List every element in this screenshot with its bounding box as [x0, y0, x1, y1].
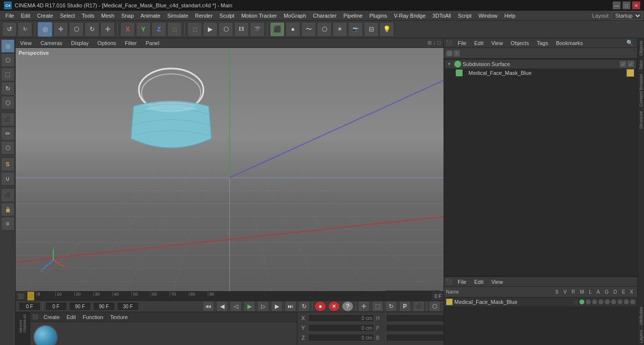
end-frame-input[interactable]	[69, 302, 91, 311]
menu-snap[interactable]: Snap	[118, 12, 137, 20]
render-end-input[interactable]	[93, 302, 115, 311]
menu-mesh[interactable]: Mesh	[98, 12, 118, 20]
attr-menu-view[interactable]: View	[489, 278, 505, 285]
menu-tools[interactable]: Tools	[78, 12, 98, 20]
object-mode-button[interactable]: ✛	[53, 22, 68, 37]
vtab-objects[interactable]: Objects	[638, 38, 644, 58]
coord-input-b[interactable]	[386, 334, 452, 342]
menu-animate[interactable]: Animate	[137, 12, 164, 20]
mat-menu-texture[interactable]: Texture	[109, 314, 129, 321]
obj-search-icon[interactable]: 🔍	[624, 40, 635, 46]
menu-sculpt[interactable]: Sculpt	[216, 12, 238, 20]
tool-brush[interactable]: ⬡	[1, 141, 15, 155]
menu-window[interactable]: Window	[475, 12, 501, 20]
attr-dot-l[interactable]	[599, 299, 603, 304]
light2-button[interactable]: 💡	[379, 22, 394, 37]
tool-select[interactable]: ◎	[1, 39, 15, 53]
undo-button[interactable]: ↺	[2, 22, 17, 37]
vtab-content-browser[interactable]: Content Browser	[638, 71, 644, 109]
goto-start-button[interactable]: ⏮	[202, 301, 214, 312]
attr-dot-a[interactable]	[605, 299, 610, 304]
menu-3dtoall[interactable]: 3DToAll	[429, 12, 454, 20]
menu-script[interactable]: Script	[454, 12, 475, 20]
tool-box-select[interactable]: ⬚	[1, 68, 15, 81]
mat-menu-create[interactable]: Create	[42, 314, 61, 321]
tool-cube[interactable]: ⬛	[1, 113, 15, 126]
viewport-canvas[interactable]: Perspective X Y Z Grid Spacing : 10 cm	[16, 48, 444, 291]
attr-dot-g[interactable]	[611, 299, 616, 304]
viewport-menu-display[interactable]: Display	[69, 40, 90, 46]
tool-lock[interactable]: 🔒	[1, 203, 15, 216]
close-button[interactable]: ✕	[632, 1, 640, 9]
attr-menu-edit[interactable]: Edit	[472, 278, 486, 285]
obj-menu-file[interactable]: File	[456, 40, 468, 46]
floor-button[interactable]: ⊟	[364, 22, 378, 37]
viewport-panel[interactable]: View Cameras Display Options Filter Pane…	[16, 38, 444, 291]
current-frame-input[interactable]	[19, 302, 41, 311]
timeline-curve-button[interactable]: ↻	[385, 301, 397, 312]
camera-button[interactable]: 📷	[348, 22, 363, 37]
coord-input-h[interactable]	[386, 314, 452, 322]
axis-all-button[interactable]: ⬚	[167, 22, 182, 37]
timeline-cinema-button[interactable]: ⬡	[429, 301, 441, 312]
attr-dot-x[interactable]	[630, 299, 635, 304]
coord-input-p[interactable]	[386, 324, 452, 332]
deformer-button[interactable]: ⬡	[317, 22, 332, 37]
face-mask-object[interactable]	[117, 63, 225, 171]
vtab-structure[interactable]: Structure	[638, 109, 644, 131]
menu-vray[interactable]: V-Ray Bridge	[391, 12, 429, 20]
attr-menu-file[interactable]: File	[456, 278, 468, 285]
menu-character[interactable]: Character	[310, 12, 340, 20]
keyframe-circle-button[interactable]: ●	[314, 301, 326, 312]
spline-button[interactable]: 〜	[301, 22, 316, 37]
timeline-move-button[interactable]: ✛	[358, 301, 370, 312]
viewport-menu-cameras[interactable]: Cameras	[39, 40, 64, 46]
tool-pen[interactable]: ✏	[1, 127, 15, 140]
redo-button[interactable]: ↻	[18, 22, 32, 37]
loop-button[interactable]: ↻	[298, 301, 310, 312]
timeline-grid2-button[interactable]: ⬛	[413, 301, 424, 312]
attr-dot-s[interactable]	[573, 299, 578, 304]
vtab-tabs[interactable]: Tabs	[638, 58, 644, 71]
layout-dropdown[interactable]: Startup	[612, 11, 642, 20]
keyframe-question-button[interactable]: ?	[342, 301, 354, 312]
frame-rate-input[interactable]	[117, 302, 139, 311]
next-frame-button[interactable]: ▶	[271, 301, 283, 312]
texture-mode-button[interactable]: ⬡	[69, 22, 84, 37]
axis-z-button[interactable]: Z	[152, 22, 166, 37]
prev-key-button[interactable]: ◁	[230, 301, 242, 312]
keyframe-delete-button[interactable]: ✕	[328, 301, 340, 312]
material-item-surgical[interactable]: surgical	[33, 325, 58, 345]
obj-menu-view[interactable]: View	[489, 40, 505, 46]
attr-dot-r[interactable]	[586, 299, 591, 304]
obj-ctrl-check[interactable]: ✓	[620, 61, 626, 68]
obj-toolbar-btn-2[interactable]: ↑	[453, 50, 460, 57]
menu-plugins[interactable]: Plugins	[366, 12, 390, 20]
obj-menu-tags[interactable]: Tags	[535, 40, 550, 46]
menu-edit[interactable]: Edit	[18, 12, 34, 20]
timeline-frame-bar[interactable]: 0 10 20 30 40 50 60 70 80 90	[26, 292, 432, 300]
viewport-menu-options[interactable]: Options	[96, 40, 117, 46]
next-key-button[interactable]: ▷	[257, 301, 269, 312]
viewport-menu-view[interactable]: View	[19, 40, 33, 46]
attr-dot-v[interactable]	[579, 299, 584, 304]
tool-letter-s[interactable]: S	[1, 158, 15, 171]
play-button[interactable]: ▶	[244, 301, 255, 312]
attr-dot-m[interactable]	[592, 299, 597, 304]
obj-tag-mask[interactable]	[626, 69, 634, 77]
pivot-button[interactable]: ✛	[100, 22, 115, 37]
obj-item-mask[interactable]: Medical_Face_Mask_Blue	[445, 69, 636, 77]
start-frame-input[interactable]	[45, 302, 67, 311]
sculpt-mode-button[interactable]: ↻	[85, 22, 99, 37]
coord-input-z[interactable]	[308, 334, 374, 342]
mat-menu-edit[interactable]: Edit	[65, 314, 77, 321]
tool-layers[interactable]: ≡	[1, 217, 15, 230]
coord-input-x[interactable]	[308, 314, 374, 322]
obj-ctrl-v[interactable]: ✓	[627, 61, 634, 68]
obj-menu-bookmarks[interactable]: Bookmarks	[554, 40, 585, 46]
obj-toolbar-btn-1[interactable]: ⬡	[446, 50, 453, 57]
goto-end-button[interactable]: ⏭	[285, 301, 296, 312]
tool-rotate[interactable]: ↻	[1, 82, 15, 95]
menu-create[interactable]: Create	[34, 12, 57, 20]
prev-frame-button[interactable]: ◀	[216, 301, 228, 312]
